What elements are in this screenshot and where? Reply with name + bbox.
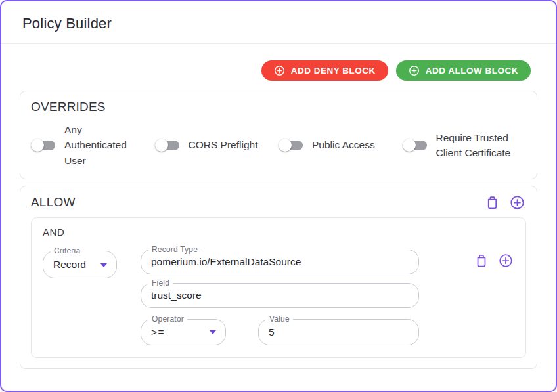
criteria-select-value: Record [53, 259, 86, 271]
toggle-group-require-trusted-client-certificate: Require Trusted Client Certificate [403, 125, 527, 165]
combinator-label: AND [43, 227, 514, 238]
toggle-group-cors-preflight: CORS Preflight [155, 125, 279, 165]
overrides-card: OVERRIDES Any Authenticated User CORS Pr… [20, 91, 537, 179]
add-rule-button[interactable] [508, 194, 526, 211]
allow-block-actions [484, 194, 526, 211]
plus-circle-icon [499, 253, 513, 268]
page-title: Policy Builder [22, 15, 535, 32]
value-input-value: 5 [269, 326, 275, 338]
operator-select-label: Operator [148, 315, 187, 324]
allow-block-title: ALLOW [31, 195, 76, 209]
toggle-label: Any Authenticated User [64, 122, 138, 168]
criteria-column: Criteria Record [43, 251, 117, 345]
toggle-thumb [403, 139, 416, 152]
panel-header: Policy Builder [1, 1, 556, 44]
rule-row-actions [474, 250, 514, 345]
policy-builder-panel: Policy Builder ADD DENY BLOCK [0, 0, 557, 392]
value-input-label: Value [266, 315, 293, 324]
plus-circle-icon [510, 195, 525, 210]
operator-select-value: >= [151, 326, 165, 338]
allow-block-card: ALLOW [20, 186, 537, 369]
trash-icon [475, 253, 488, 268]
any-authenticated-user-toggle[interactable] [31, 139, 56, 152]
cors-preflight-toggle[interactable] [155, 139, 180, 152]
overrides-title: OVERRIDES [31, 100, 526, 114]
toggle-thumb [278, 139, 292, 152]
operator-select[interactable]: Operator >= [141, 319, 226, 345]
block-actions-row: ADD DENY BLOCK ADD ALLOW BLOCK [20, 60, 531, 81]
value-input[interactable]: Value 5 [258, 319, 419, 345]
trash-icon [485, 195, 499, 210]
plus-circle-icon [409, 65, 420, 76]
rule-row: Criteria Record Record Type pomerium.io/… [43, 250, 514, 345]
toggle-label: Public Access [312, 137, 375, 152]
add-allow-block-label: ADD ALLOW BLOCK [426, 66, 518, 76]
and-group-card: AND Criteria Record Record Type pomerium… [31, 217, 526, 358]
rule-fields-column: Record Type pomerium.io/ExternalDataSour… [141, 250, 419, 345]
public-access-toggle[interactable] [278, 139, 303, 152]
operator-value-row: Operator >= Value 5 [141, 319, 419, 345]
toggle-group-public-access: Public Access [278, 125, 403, 165]
add-deny-block-button[interactable]: ADD DENY BLOCK [261, 60, 388, 81]
add-allow-block-button[interactable]: ADD ALLOW BLOCK [396, 60, 531, 81]
delete-rule-button[interactable] [474, 252, 489, 269]
toggle-thumb [155, 139, 168, 152]
toggle-thumb [31, 139, 44, 152]
criteria-select[interactable]: Criteria Record [43, 251, 117, 278]
field-input-value: trust_score [151, 290, 202, 301]
add-deny-block-label: ADD DENY BLOCK [291, 66, 376, 76]
delete-allow-block-button[interactable] [484, 194, 501, 211]
plus-circle-icon [274, 65, 285, 76]
chevron-down-icon [210, 330, 216, 334]
criteria-select-label: Criteria [51, 246, 83, 255]
toggle-label: Require Trusted Client Certificate [436, 130, 525, 161]
record-type-input[interactable]: Record Type pomerium.io/ExternalDataSour… [141, 250, 419, 274]
allow-block-header: ALLOW [31, 194, 526, 211]
panel-content: ADD DENY BLOCK ADD ALLOW BLOCK OVERRIDES [1, 60, 556, 369]
field-input[interactable]: Field trust_score [141, 283, 419, 308]
record-type-input-value: pomerium.io/ExternalDataSource [151, 256, 301, 268]
add-condition-button[interactable] [497, 252, 514, 269]
toggle-label: CORS Preflight [189, 137, 258, 152]
require-trusted-client-certificate-toggle[interactable] [403, 139, 428, 152]
record-type-input-label: Record Type [148, 245, 201, 254]
toggle-group-any-authenticated-user: Any Authenticated User [31, 122, 155, 168]
overrides-toggles-row: Any Authenticated User CORS Preflight Pu… [31, 122, 526, 168]
field-input-label: Field [148, 278, 173, 288]
chevron-down-icon [100, 263, 107, 267]
